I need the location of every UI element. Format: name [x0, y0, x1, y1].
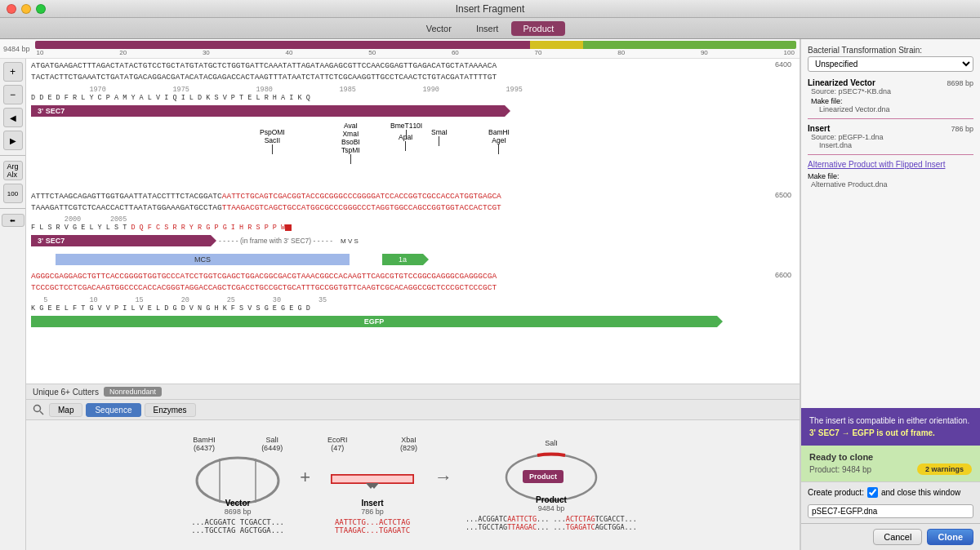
vector-site1-label: BamHI	[193, 436, 216, 444]
seq-num-right-3: 6600	[775, 271, 791, 279]
insert-name: Insert	[361, 499, 383, 508]
restriction-labels: AvaIXmaIBsoBITspMI BmeT110I PspOMISacII	[31, 122, 795, 191]
nonredundant-badge[interactable]: Nonredundant	[104, 387, 162, 397]
seq-num-right-2: 6500	[775, 191, 791, 199]
lv-source-row: Source: pSEC7*-KB.dna	[811, 87, 973, 95]
sequence-panel: 9484 bp 10 20 30 40 50 60 70 80 90 100	[0, 39, 800, 550]
alt-product-link[interactable]: Alternative Product with Flipped Insert	[808, 160, 973, 169]
close-button[interactable]	[7, 4, 16, 14]
window-title: Insert Fragment	[456, 3, 525, 15]
sequence-scroll[interactable]: ATGATGAAGACTTTAGACTATACTGTCCTGCTATGTATGC…	[26, 59, 800, 384]
vector-site1-pos: (6437)	[193, 444, 216, 452]
ready-label: Ready to clone	[809, 452, 972, 462]
tab-bar: Vector Insert Product	[0, 18, 980, 39]
insert-source-row: Source: pEGFP-1.dna	[811, 133, 973, 141]
seq-num-right-1: 6400	[775, 60, 791, 69]
zoom-pct-button[interactable]: 100	[3, 184, 23, 203]
arrow-sign: →	[434, 467, 452, 488]
transformation-select[interactable]: Unspecified	[808, 56, 973, 72]
filename-input[interactable]: pSEC7-EGFP.dna	[808, 504, 973, 518]
minimize-button[interactable]	[21, 4, 31, 14]
misc-tool-button[interactable]: ⬅	[2, 214, 24, 227]
insert-site2-pos: (829)	[400, 444, 417, 452]
vector-circle-svg	[189, 452, 287, 505]
position-row-3: 5 10 15 20 25 30 35	[31, 296, 795, 304]
info-line1: The insert is compatible in either orien…	[809, 416, 972, 425]
bp-label: 9484 bp	[3, 45, 30, 53]
egfp-track: EGFP	[31, 314, 795, 329]
product-size: 9484 bp	[538, 504, 565, 512]
cancel-button[interactable]: Cancel	[873, 529, 922, 545]
vector-site2-label: SalI	[261, 436, 283, 444]
insert-site2-label: XbaI	[400, 436, 417, 444]
clone-button[interactable]: Clone	[927, 529, 973, 545]
product-name: Product	[536, 495, 567, 504]
status-bar: Unique 6+ Cutters Nonredundant	[26, 384, 800, 399]
cutters-label: Unique 6+ Cutters	[33, 388, 99, 397]
lv-make-label: Make file:	[811, 97, 843, 105]
lv-source: pSEC7*-KB.dna	[839, 87, 892, 95]
create-label: Create product:	[808, 488, 864, 497]
insert-source: pEGFP-1.dna	[839, 133, 884, 141]
alt-make-file-row: Make file:	[808, 172, 973, 180]
vector-name: Vector	[225, 499, 251, 508]
sequence-content: ATGATGAAGACTTTAGACTATACTGTCCTGCTATGTATGC…	[26, 59, 800, 550]
alt-product-section: Alternative Product with Flipped Insert …	[808, 160, 973, 189]
select-tool-button[interactable]: ArgAlx	[3, 161, 23, 180]
tab-product[interactable]: Product	[511, 21, 565, 36]
insert-title: Insert	[808, 124, 830, 133]
seq-line-4: TAAAGATTCGTCTCAACCACTTAATATGGAAAGATGCCTA…	[31, 202, 795, 214]
insert-site1-pos: (47)	[327, 444, 348, 452]
zoom-out-button[interactable]: −	[3, 85, 23, 104]
gene-track-2: 3' SEC7 - - - - - (in frame with 3' SEC7…	[31, 233, 795, 248]
tab-enzymes[interactable]: Enzymes	[145, 403, 196, 417]
bottom-buttons: Cancel Clone	[801, 523, 980, 550]
right-panel-top: Bacterial Transformation Strain: Unspeci…	[801, 39, 980, 408]
transformation-select-wrapper: Unspecified	[808, 56, 973, 72]
tab-sequence[interactable]: Sequence	[86, 403, 140, 417]
seq-tabs: Map Sequence Enzymes	[26, 399, 800, 419]
svg-rect-7	[332, 475, 413, 483]
info-box: The insert is compatible in either orien…	[801, 408, 980, 446]
lv-make-file-row: Make file:	[811, 97, 973, 105]
mcs-track: MCS 1a	[31, 251, 795, 268]
insert-source-label: Source:	[811, 133, 836, 141]
transformation-field: Bacterial Transformation Strain: Unspeci…	[808, 46, 973, 72]
insert-bp: 786 bp	[951, 125, 973, 133]
product-diagram: SalI Product Product 9484 bp	[466, 439, 637, 531]
pan-right-button[interactable]: ▶	[3, 131, 23, 150]
tab-vector[interactable]: Vector	[415, 21, 463, 36]
seq-line-3: ATTTCTAAGCAGAGTTGGTGAATTATACCTTTCTACGGAT…	[31, 191, 795, 202]
aa-seq-2: F L S R V G E L Y L S T D Q F C S R R Y …	[31, 224, 795, 232]
egfp-bar-small: 1a	[382, 254, 423, 265]
create-product-row: Create product: and close this window	[801, 481, 980, 503]
and-close-label: and close this window	[881, 488, 960, 497]
in-frame-label: - - - - - (in frame with 3' SEC7) - - - …	[219, 237, 332, 245]
vector-seq-bot: ...TGCCTAG AGCTGGA...	[191, 526, 284, 534]
position-row-1: 1970 1975 1980 1985 1990 1995	[31, 86, 795, 94]
svg-point-2	[197, 458, 278, 503]
position-row-2: 2000 2005	[31, 215, 795, 224]
insert-size: 786 bp	[361, 508, 384, 516]
tool-panel: + − ◀ ▶ ArgAlx 100 ⬅	[0, 59, 26, 550]
alt-file: Alternative Product.dna	[811, 180, 973, 189]
maximize-button[interactable]	[36, 4, 46, 14]
transformation-label: Bacterial Transformation Strain:	[808, 46, 973, 55]
insert-site1-label: EcoRI	[327, 436, 348, 444]
product-bp-label: Product: 9484 bp	[809, 465, 871, 474]
create-product-checkbox[interactable]	[867, 487, 878, 498]
pan-left-button[interactable]: ◀	[3, 108, 23, 127]
alt-make-label: Make file:	[808, 172, 840, 180]
tab-insert[interactable]: Insert	[465, 21, 510, 36]
insert-svg	[323, 452, 421, 505]
search-icon-btn[interactable]	[31, 402, 46, 417]
ready-box: Ready to clone Product: 9484 bp 2 warnin…	[801, 446, 980, 481]
vector-size: 8698 bp	[225, 508, 252, 516]
aa-seq-1: D D E D F R L Y C P A M Y A L V I Q I L …	[31, 94, 795, 102]
tab-map[interactable]: Map	[49, 403, 82, 417]
lv-file: Linearized Vector.dna	[819, 105, 973, 113]
zoom-in-button[interactable]: +	[3, 62, 23, 82]
svg-line-1	[40, 411, 43, 415]
product-circle-svg: Product	[498, 449, 604, 502]
warnings-badge[interactable]: 2 warnings	[917, 464, 972, 475]
